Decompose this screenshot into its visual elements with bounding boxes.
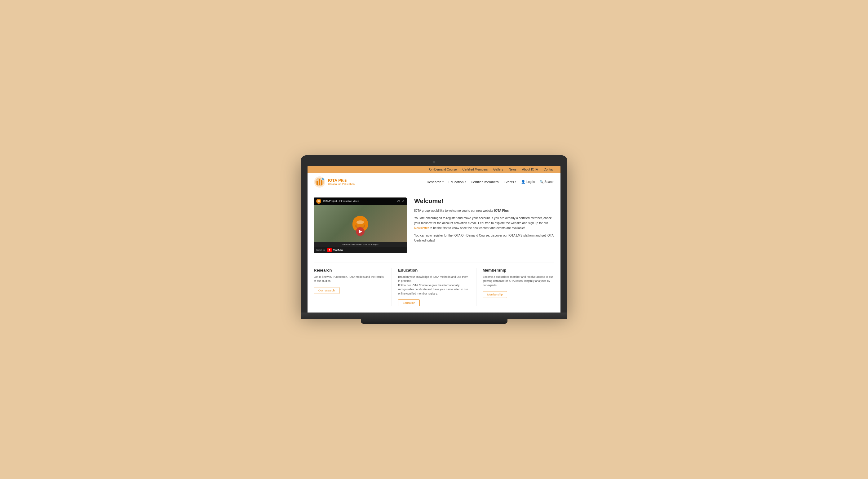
clock-icon: ⏱ [397,200,400,203]
logo-text-block: IOTA Plus Ultrasound Education [328,178,354,186]
chevron-down-icon: ▾ [465,180,466,183]
chevron-down-icon: ▾ [442,180,444,183]
video-title: IOTA Project - Introduction Video [323,200,395,203]
share-icon: ↗ [402,200,404,203]
education-feature: Education Broaden your knowledge of IOTA… [398,268,470,307]
newsletter-link[interactable]: Newsletter [414,226,429,230]
research-text: Get to know IOTA research, IOTA models a… [314,275,385,283]
logo-title: IOTA Plus [328,178,354,183]
education-title: Education [398,268,470,272]
video-icons: ⏱ ↗ [397,200,404,203]
nav-search[interactable]: 🔍 Search [540,180,554,183]
research-title: Research [314,268,385,272]
divider-1 [392,268,392,307]
laptop-wrapper: On-Demand Course Certified Members Galle… [301,155,567,324]
laptop-screen: On-Demand Course Certified Members Galle… [308,166,560,313]
person-icon: 👤 [521,180,525,184]
yt-play-icon [329,249,331,251]
welcome-block: Welcome! IOTA group would like to welcom… [414,198,554,253]
youtube-label: YouTube [333,249,343,251]
nav-certified-members[interactable]: Certified members [471,180,499,184]
research-feature: Research Get to know IOTA research, IOTA… [314,268,385,307]
hero-section: IO IOTA Project - Introduction Video ⏱ ↗ [314,198,554,253]
contact-link[interactable]: Contact [544,168,554,171]
welcome-para-3: You can now register for the IOTA On-Dem… [414,233,554,243]
nav-login[interactable]: 👤 Log in [521,180,535,184]
play-triangle-icon [359,230,362,234]
video-bottom-bar: Watch on YouTube [314,247,407,253]
video-block[interactable]: IO IOTA Project - Introduction Video ⏱ ↗ [314,198,407,253]
membership-title: Membership [483,268,554,272]
site-main: IO IOTA Project - Introduction Video ⏱ ↗ [308,191,560,313]
laptop-stand [361,319,507,324]
youtube-logo[interactable]: YouTube [327,248,343,252]
laptop-base [301,312,567,319]
svg-text:+: + [322,179,323,180]
education-text: Broaden your knowledge of IOTA methods a… [398,275,470,296]
membership-feature: Membership Become a subscribed member an… [483,268,554,307]
video-thumbnail[interactable] [314,205,407,242]
svg-point-10 [356,220,364,224]
brand-name: IOTA Plus [494,209,509,212]
about-iota-link[interactable]: About IOTA [522,168,538,171]
welcome-para-2: You are encouraged to register and make … [414,216,554,231]
play-button[interactable] [356,227,365,236]
nav-events[interactable]: Events ▾ [503,180,516,184]
membership-text: Become a subscribed member and receive a… [483,275,554,288]
nav-research[interactable]: Research ▾ [427,180,444,184]
certified-members-link[interactable]: Certified Members [463,168,488,171]
svg-rect-3 [319,179,320,185]
education-button[interactable]: Education [398,299,420,306]
welcome-para-1: IOTA group would like to welcome you to … [414,208,554,213]
site-topbar: On-Demand Course Certified Members Galle… [308,166,560,173]
logo-icon: + [314,176,326,188]
gallery-link[interactable]: Gallery [493,168,503,171]
laptop-camera [433,161,435,163]
site-logo: + IOTA Plus Ultrasound Education [314,176,354,188]
news-link[interactable]: News [509,168,517,171]
youtube-icon [327,248,332,252]
logo-subtitle: Ultrasound Education [328,183,354,186]
site-nav: Research ▾ Education ▾ Certified members… [427,180,554,184]
video-top-bar: IO IOTA Project - Introduction Video ⏱ ↗ [314,198,407,205]
membership-button[interactable]: Membership [483,291,507,298]
search-icon: 🔍 [540,180,544,183]
welcome-title: Welcome! [414,198,554,205]
divider-2 [476,268,476,307]
laptop-frame: On-Demand Course Certified Members Galle… [301,155,567,313]
our-research-button[interactable]: Our research [314,287,339,294]
features-section: Research Get to know IOTA research, IOTA… [314,263,554,307]
site-header: + IOTA Plus Ultrasound Education Researc… [308,173,560,191]
svg-rect-2 [316,181,318,185]
video-caption: International Ovarian Tumour Analysis [314,242,407,247]
on-demand-link[interactable]: On-Demand Course [429,168,457,171]
nav-education[interactable]: Education ▾ [448,180,466,184]
chevron-down-icon: ▾ [515,180,516,183]
svg-rect-4 [321,180,322,185]
video-logo-small: IO [316,199,321,204]
watch-on-text: Watch on [316,249,325,251]
